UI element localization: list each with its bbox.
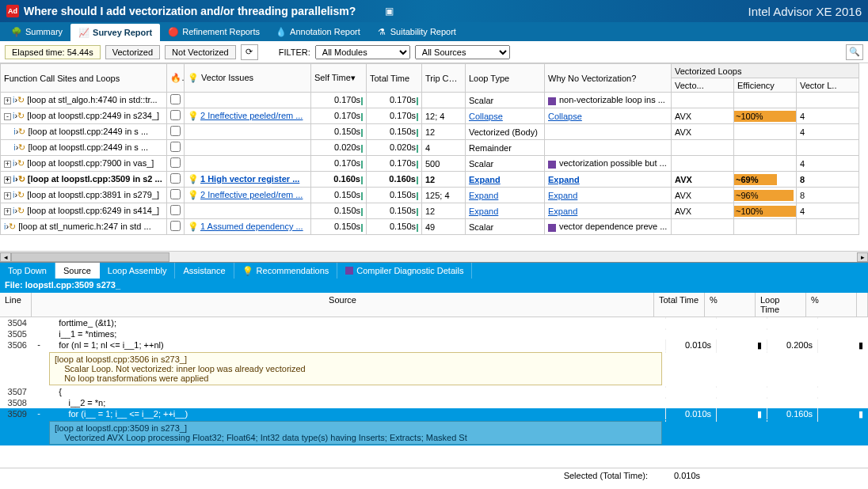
col-vl[interactable]: Vector L.. xyxy=(797,78,859,93)
scroll-right-icon[interactable]: ▸ xyxy=(857,252,868,262)
cell-issue[interactable] xyxy=(185,124,311,140)
cell-why[interactable]: Collapse xyxy=(545,108,672,124)
source-row[interactable]: 3505 i__1 = *ntimes; xyxy=(0,328,868,339)
tree-toggle-icon[interactable]: + xyxy=(4,97,11,104)
source-row[interactable]: 3507 { xyxy=(0,386,868,397)
source-row[interactable]: 3509- for (i__ = 1; i__ <= i__2; ++i__)0… xyxy=(0,408,868,420)
row-checkbox[interactable] xyxy=(170,94,181,104)
grid-hscrollbar[interactable]: ◂ ▸ xyxy=(0,251,868,262)
row-checkbox[interactable] xyxy=(170,221,181,231)
col-totaltime[interactable]: Total Time xyxy=(367,64,422,93)
col-srcpct2[interactable]: % xyxy=(806,293,857,317)
col-source[interactable]: Source xyxy=(32,293,654,317)
cell-cb[interactable] xyxy=(167,140,185,156)
filter-sources-select[interactable]: All Sources xyxy=(415,45,510,59)
cell-cb[interactable] xyxy=(167,219,185,235)
why-link[interactable]: Expand xyxy=(548,191,577,200)
cell-why[interactable]: vector dependence preve ... xyxy=(545,219,672,235)
cell-func[interactable]: +i›↻ [loop at loopstl.cpp:3891 in s279_] xyxy=(1,188,167,203)
cell-issue[interactable] xyxy=(185,140,311,156)
cell-why[interactable]: Expand xyxy=(545,188,672,203)
cell-cb[interactable] xyxy=(167,172,185,188)
col-srctotal[interactable]: Total Time xyxy=(654,293,705,317)
source-row[interactable]: 3504 forttime_ (&t1); xyxy=(0,317,868,328)
nav-tab-refinement-reports[interactable]: 🔴Refinement Reports xyxy=(160,22,268,41)
row-checkbox[interactable] xyxy=(170,126,181,136)
row-checkbox[interactable] xyxy=(170,173,181,184)
cell-why[interactable]: vectorization possible but ... xyxy=(545,156,672,172)
row-checkbox[interactable] xyxy=(170,205,181,215)
why-link[interactable]: Collapse xyxy=(548,112,582,121)
type-link[interactable]: Expand xyxy=(469,207,498,216)
detail-tab-recommendations[interactable]: 💡Recommendations xyxy=(234,263,338,279)
col-why[interactable]: Why No Vectorization? xyxy=(545,64,672,93)
cell-issue[interactable] xyxy=(185,203,311,219)
source-row[interactable]: 3506- for (nl = 1; nl <= i__1; ++nl)0.01… xyxy=(0,339,868,351)
nav-tab-survey-report[interactable]: 📈Survey Report xyxy=(70,24,160,41)
tree-toggle-icon[interactable]: - xyxy=(4,113,11,120)
search-icon[interactable]: 🔍 xyxy=(846,44,863,60)
cell-cb[interactable] xyxy=(167,108,185,124)
cell-why[interactable] xyxy=(545,140,672,156)
cell-type[interactable]: Expand xyxy=(466,203,545,219)
col-issues[interactable]: 💡 Vector Issues xyxy=(185,64,311,93)
cell-cb[interactable] xyxy=(167,203,185,219)
col-line[interactable]: Line xyxy=(0,293,32,317)
cell-why[interactable]: Expand xyxy=(545,172,672,188)
code-toggle-icon[interactable]: - xyxy=(37,339,40,349)
col-func[interactable]: Function Call Sites and Loops xyxy=(1,64,167,93)
table-row[interactable]: +i›↻ [loop at loopstl.cpp:6249 in s414_]… xyxy=(1,203,859,219)
cell-why[interactable]: Expand xyxy=(545,203,672,219)
row-checkbox[interactable] xyxy=(170,110,181,120)
cell-why[interactable]: non-vectorizable loop ins ... xyxy=(545,93,672,108)
elapsed-time-button[interactable]: Elapsed time: 54.44s xyxy=(5,45,101,59)
cell-cb[interactable] xyxy=(167,156,185,172)
cell-type[interactable]: Scalar xyxy=(466,219,545,235)
vectorized-button[interactable]: Vectorized xyxy=(105,45,160,59)
col-hot[interactable]: 🔥 xyxy=(167,64,185,93)
cell-type[interactable]: Scalar xyxy=(466,93,545,108)
cell-issue[interactable]: 💡1 High vector register ... xyxy=(185,172,311,188)
cell-type[interactable]: Collapse xyxy=(466,108,545,124)
type-link[interactable]: Collapse xyxy=(469,112,503,121)
detail-tab-top-down[interactable]: Top Down xyxy=(0,263,55,279)
cell-func[interactable]: +i›↻ [loop at loopstl.cpp:7900 in vas_] xyxy=(1,156,167,172)
cell-func[interactable]: +i›↻ [loop at loopstl.cpp:6249 in s414_] xyxy=(1,203,167,219)
cell-type[interactable]: Remainder xyxy=(466,140,545,156)
row-checkbox[interactable] xyxy=(170,142,181,152)
col-trip[interactable]: Trip Counts ⊞ xyxy=(422,64,466,93)
scroll-thumb[interactable] xyxy=(11,252,169,262)
nav-tab-annotation-report[interactable]: 💧Annotation Report xyxy=(268,22,368,41)
cell-func[interactable]: +i›↻ [loop at loopstl.cpp:3509 in s2 ... xyxy=(1,172,167,188)
issue-link[interactable]: 2 Ineffective peeled/rem ... xyxy=(200,111,303,120)
issue-link[interactable]: 2 Ineffective peeled/rem ... xyxy=(200,190,303,199)
code-toggle-icon[interactable]: - xyxy=(37,408,40,418)
col-eff[interactable]: Efficiency xyxy=(734,78,797,93)
cell-type[interactable]: Vectorized (Body) xyxy=(466,124,545,140)
cell-func[interactable]: i›↻ [loop at loopstl.cpp:2449 in s ... xyxy=(1,140,167,156)
survey-table[interactable]: Function Call Sites and Loops 🔥 💡 Vector… xyxy=(0,63,859,235)
col-vec[interactable]: Vecto... xyxy=(672,78,734,93)
cell-issue[interactable]: 💡2 Ineffective peeled/rem ... xyxy=(185,188,311,203)
cell-func[interactable]: i›↻ [loop at loopstl.cpp:2449 in s ... xyxy=(1,124,167,140)
cell-func[interactable]: +i›↻ [loop at stl_algo.h:4740 in std::tr… xyxy=(1,93,167,108)
col-looptype[interactable]: Loop Type xyxy=(466,64,545,93)
cell-cb[interactable] xyxy=(167,124,185,140)
tree-toggle-icon[interactable]: + xyxy=(4,192,11,199)
issue-link[interactable]: 1 Assumed dependency ... xyxy=(200,222,303,231)
col-selftime[interactable]: Self Time▾ xyxy=(311,64,367,93)
source-row[interactable]: 3508 i__2 = *n; xyxy=(0,397,868,408)
table-row[interactable]: i›↻ [loop at loopstl.cpp:2449 in s ... 0… xyxy=(1,124,859,140)
row-checkbox[interactable] xyxy=(170,157,181,168)
issue-link[interactable]: 1 High vector register ... xyxy=(200,174,299,184)
cell-why[interactable] xyxy=(545,124,672,140)
cell-issue[interactable] xyxy=(185,156,311,172)
nav-tab-suitability-report[interactable]: ⚗Suitability Report xyxy=(368,22,464,41)
why-link[interactable]: Expand xyxy=(548,207,577,216)
table-row[interactable]: i›↻ [loop at loopstl.cpp:2449 in s ... 0… xyxy=(1,140,859,156)
tree-toggle-icon[interactable]: + xyxy=(4,176,11,184)
row-checkbox[interactable] xyxy=(170,189,181,199)
detail-tab-source[interactable]: Source xyxy=(55,263,100,279)
detail-tab-compiler-diagnostic-details[interactable]: Compiler Diagnostic Details xyxy=(337,263,472,279)
cell-type[interactable]: Scalar xyxy=(466,156,545,172)
